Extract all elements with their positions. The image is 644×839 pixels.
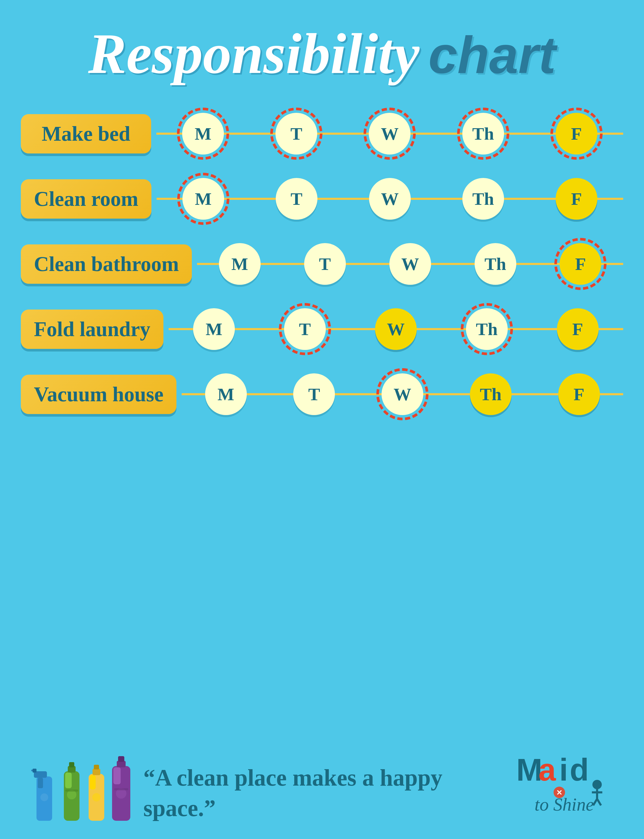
day-circle-vacuum-house-3[interactable]: Th [470, 373, 512, 415]
task-label-clean-bathroom: Clean bathroom [21, 245, 192, 284]
day-circle-clean-bathroom-3[interactable]: Th [475, 243, 516, 285]
day-circle-fold-laundry-3[interactable]: Th [466, 308, 508, 350]
days-container-vacuum-house: MTWThF [182, 373, 623, 415]
svg-rect-7 [65, 773, 72, 788]
svg-rect-3 [33, 768, 36, 773]
day-circle-make-bed-3[interactable]: Th [462, 113, 504, 154]
brand-logo: M a i d ✕ to Shine [508, 744, 613, 823]
day-circle-vacuum-house-0[interactable]: M [205, 373, 247, 415]
cleaning-bottles [31, 750, 133, 823]
day-circle-fold-laundry-1[interactable]: T [284, 308, 326, 350]
day-circle-vacuum-house-2[interactable]: W [381, 373, 423, 415]
day-circle-fold-laundry-4[interactable]: F [557, 308, 599, 350]
row-clean-room: Clean roomMTWThF [21, 173, 623, 225]
task-label-clean-room: Clean room [21, 179, 151, 218]
days-container-clean-room: MTWThF [157, 178, 623, 220]
day-circle-make-bed-1[interactable]: T [276, 113, 317, 154]
footer-quote: “A clean place makes a happy space.” [143, 762, 456, 823]
svg-point-16 [92, 793, 100, 801]
title-section: Responsibility chart [21, 21, 623, 87]
svg-rect-15 [94, 765, 99, 769]
svg-point-29 [592, 780, 602, 789]
day-circle-clean-room-2[interactable]: W [369, 178, 411, 220]
days-circles-clean-room: MTWThF [157, 178, 623, 220]
title-part2: chart [429, 26, 556, 84]
days-circles-fold-laundry: MTWThF [169, 308, 623, 350]
day-circle-clean-bathroom-0[interactable]: M [219, 243, 261, 285]
page-container: Responsibility chart Make bedMTWThFClean… [0, 0, 644, 839]
day-circle-clean-bathroom-4[interactable]: F [560, 243, 601, 285]
svg-rect-13 [90, 775, 96, 790]
days-container-make-bed: MTWThF [156, 113, 623, 154]
task-label-fold-laundry: Fold laundry [21, 310, 163, 349]
row-clean-bathroom: Clean bathroomMTWThF [21, 238, 623, 290]
task-label-vacuum-house: Vacuum house [21, 375, 176, 414]
task-label-make-bed: Make bed [21, 114, 151, 153]
day-circle-vacuum-house-1[interactable]: T [293, 373, 335, 415]
chart-rows: Make bedMTWThFClean roomMTWThFClean bath… [21, 108, 623, 729]
svg-rect-14 [92, 768, 100, 775]
day-circle-vacuum-house-4[interactable]: F [558, 373, 600, 415]
svg-rect-9 [69, 762, 74, 767]
day-circle-make-bed-4[interactable]: F [556, 113, 597, 154]
footer: “A clean place makes a happy space.” M a… [21, 744, 623, 823]
svg-text:d: d [570, 752, 589, 787]
row-fold-laundry: Fold laundryMTWThF [21, 303, 623, 355]
day-circle-clean-room-0[interactable]: M [182, 178, 224, 220]
day-circle-fold-laundry-2[interactable]: W [375, 308, 417, 350]
footer-left: “A clean place makes a happy space.” [31, 750, 456, 823]
day-circle-make-bed-0[interactable]: M [182, 113, 224, 154]
day-circle-clean-bathroom-1[interactable]: T [304, 243, 346, 285]
day-circle-clean-room-3[interactable]: Th [462, 178, 504, 220]
day-circle-clean-room-4[interactable]: F [556, 178, 597, 220]
yellow-bottle-icon [86, 761, 107, 823]
day-circle-make-bed-2[interactable]: W [369, 113, 411, 154]
days-container-fold-laundry: MTWThF [169, 308, 623, 350]
days-circles-clean-bathroom: MTWThF [197, 243, 623, 285]
svg-text:a: a [539, 752, 556, 787]
day-circle-clean-bathroom-2[interactable]: W [389, 243, 431, 285]
svg-text:i: i [559, 752, 568, 787]
svg-line-33 [597, 799, 601, 805]
spray-bottle-icon [31, 755, 58, 823]
maid-to-shine-logo: M a i d ✕ to Shine [508, 744, 613, 822]
svg-rect-18 [113, 767, 121, 784]
purple-bottle-icon [110, 750, 133, 823]
row-make-bed: Make bedMTWThF [21, 108, 623, 160]
green-bottle-icon [60, 755, 84, 823]
days-circles-make-bed: MTWThF [156, 113, 623, 154]
day-circle-fold-laundry-0[interactable]: M [193, 308, 235, 350]
title-part1: Responsibility [88, 22, 419, 85]
quote-container: “A clean place makes a happy space.” [143, 762, 456, 823]
svg-rect-20 [118, 756, 124, 762]
days-container-clean-bathroom: MTWThF [197, 243, 623, 285]
days-circles-vacuum-house: MTWThF [182, 373, 623, 415]
svg-point-5 [40, 793, 48, 801]
svg-text:to Shine: to Shine [534, 795, 594, 814]
svg-rect-22 [114, 788, 128, 790]
row-vacuum-house: Vacuum houseMTWThF [21, 368, 623, 420]
svg-rect-11 [65, 790, 78, 791]
svg-rect-1 [38, 778, 43, 788]
day-circle-clean-room-1[interactable]: T [276, 178, 317, 220]
